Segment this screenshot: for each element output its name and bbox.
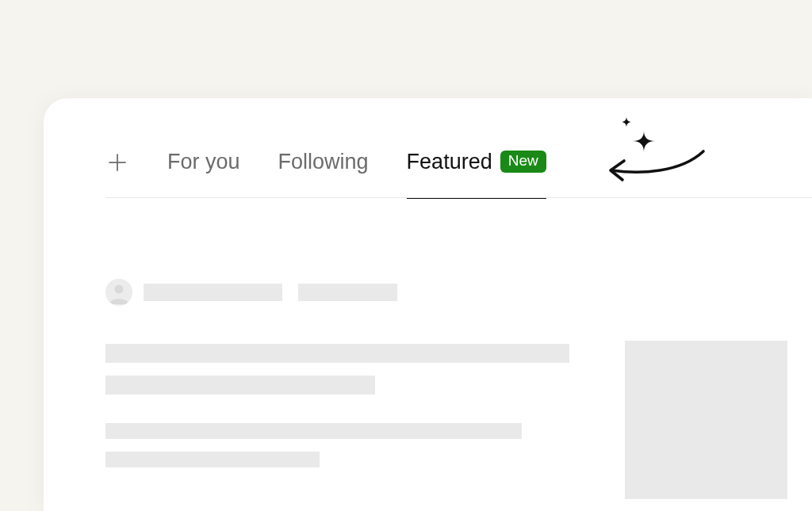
tab-label: For you: [167, 149, 240, 174]
author-name-placeholder: [144, 284, 282, 301]
tabs-divider: [105, 197, 812, 198]
post-skeleton: [105, 279, 569, 499]
author-row: [105, 279, 569, 306]
body-placeholder: [105, 423, 569, 467]
feed-content: [44, 176, 812, 499]
svg-point-1: [115, 285, 124, 294]
plus-icon: [105, 151, 129, 174]
tab-featured[interactable]: Featured New: [407, 149, 546, 176]
avatar-placeholder: [105, 279, 132, 306]
thumbnail-placeholder: [625, 341, 787, 499]
tab-for-you[interactable]: For you: [167, 149, 240, 176]
skeleton-line: [105, 423, 522, 439]
feed-tabs: For you Following Featured New: [44, 98, 812, 176]
title-placeholder: [105, 344, 569, 395]
skeleton-line: [105, 376, 375, 395]
tab-label: Featured: [407, 149, 492, 174]
skeleton-line: [105, 344, 569, 363]
post-meta-placeholder: [298, 284, 397, 301]
skeleton-line: [105, 452, 320, 467]
new-badge: New: [500, 151, 546, 173]
person-icon: [105, 279, 132, 306]
tab-following[interactable]: Following: [278, 149, 369, 176]
add-feed-button[interactable]: [105, 151, 129, 174]
feed-card: For you Following Featured New: [44, 98, 812, 511]
tab-label: Following: [278, 149, 369, 174]
